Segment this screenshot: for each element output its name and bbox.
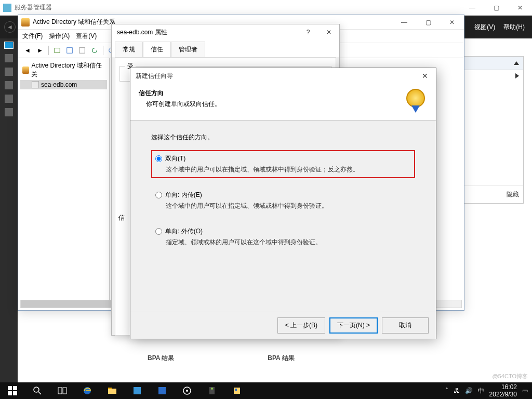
- settings-icon[interactable]: [175, 382, 200, 399]
- server-manager-taskbar-icon[interactable]: [125, 382, 150, 399]
- domain-icon: [32, 81, 39, 88]
- svg-rect-14: [108, 388, 112, 389]
- sidebar-file-icon[interactable]: [5, 108, 13, 116]
- prop-titlebar: sea-edb.com 属性 ? ✕: [112, 24, 339, 40]
- sm-title: 服务器管理器: [15, 3, 52, 12]
- prop-close[interactable]: ✕: [318, 24, 339, 40]
- sm-sidebar: [0, 38, 18, 382]
- svg-rect-6: [8, 391, 12, 395]
- tb-back-icon[interactable]: ◄: [22, 45, 33, 56]
- svg-rect-10: [58, 388, 62, 394]
- prop-title: sea-edb.com 属性: [117, 28, 167, 37]
- ad-minimize[interactable]: —: [392, 15, 416, 30]
- wiz-body: 选择这个信任的方向。 双向(T) 这个域中的用户可以在指定域、领域或林中得到身份…: [130, 121, 436, 312]
- network-icon[interactable]: 🖧: [454, 387, 460, 394]
- option-one-in[interactable]: 单向: 内传(E) 这个域中的用户可以在指定域、领域或林中得到身份验证。: [151, 187, 415, 215]
- tab-admins[interactable]: 管理者: [171, 42, 205, 58]
- tb-export-icon[interactable]: [64, 45, 75, 56]
- radio-one-out[interactable]: [155, 228, 162, 235]
- cancel-button[interactable]: 取消: [382, 317, 429, 334]
- wiz-header: 信任方向 你可创建单向或双向信任。: [130, 84, 436, 121]
- sidebar-adds-icon[interactable]: [5, 81, 13, 89]
- tab-trust[interactable]: 信任: [143, 42, 171, 58]
- nav-back-icon[interactable]: ◄: [4, 21, 16, 33]
- tb-up-icon[interactable]: [52, 45, 62, 56]
- app-icon-1[interactable]: [150, 382, 175, 399]
- task-view-icon[interactable]: [50, 382, 75, 399]
- menu-view-ad[interactable]: 查看(V): [76, 32, 97, 41]
- maximize-button[interactable]: ▢: [484, 0, 508, 16]
- option-one-out[interactable]: 单向: 外传(O) 指定域、领域或林的用户可以在这个域中得到身份验证。: [151, 223, 415, 251]
- medal-icon: [404, 89, 428, 113]
- sidebar-all-servers-icon[interactable]: [5, 68, 13, 76]
- app-icon-2[interactable]: [200, 382, 224, 399]
- menu-help[interactable]: 帮助(H): [503, 23, 525, 32]
- trust-wizard-dialog: 新建信任向导 ✕ 信任方向 你可创建单向或双向信任。 选择这个信任的方向。 双向…: [130, 68, 436, 339]
- volume-icon[interactable]: 🔊: [465, 387, 473, 394]
- sm-nav-menu: 视图(V) 帮助(H): [474, 23, 532, 32]
- prop-tabs: 常规 信任 管理者: [112, 40, 339, 57]
- sm-titlebar: 服务器管理器 — ▢ ✕: [0, 0, 532, 16]
- wiz-footer: < 上一步(B) 下一页(N) > 取消: [130, 312, 436, 339]
- tab-general[interactable]: 常规: [115, 42, 143, 58]
- ad-title: Active Directory 域和信任关系: [33, 18, 115, 26]
- wiz-titlebar: 新建信任向导 ✕: [130, 68, 436, 84]
- clock[interactable]: 16:02 2022/9/30: [489, 383, 517, 398]
- radio-two-way[interactable]: [155, 155, 162, 162]
- ad-tree: Active Directory 域和信任关 sea-edb.com: [18, 58, 110, 307]
- wiz-header-sub: 你可创建单向或双向信任。: [146, 100, 221, 109]
- tree-root[interactable]: Active Directory 域和信任关: [20, 60, 107, 80]
- ie-icon[interactable]: [75, 382, 100, 399]
- back-button[interactable]: < 上一步(B): [277, 317, 325, 334]
- bpa-row: BPA 结果 BPA 结果: [148, 354, 295, 363]
- bpa-left: BPA 结果: [148, 354, 174, 363]
- tb-refresh-icon[interactable]: [89, 45, 100, 56]
- radio-one-in[interactable]: [155, 192, 162, 198]
- menu-file[interactable]: 文件(F): [22, 32, 43, 41]
- tray-up-icon[interactable]: ˄: [445, 387, 448, 394]
- ad-maximize[interactable]: ▢: [416, 15, 440, 30]
- svg-rect-4: [8, 386, 12, 390]
- ad-close[interactable]: ✕: [440, 15, 464, 30]
- ad-trusts-icon: [21, 18, 30, 26]
- trusting-label: 信: [118, 214, 125, 222]
- explorer-icon[interactable]: [100, 382, 125, 399]
- bpa-right: BPA 结果: [268, 354, 294, 363]
- next-button[interactable]: 下一页(N) >: [329, 317, 378, 334]
- svg-rect-13: [108, 389, 116, 394]
- tree-domain[interactable]: sea-edb.com: [20, 80, 107, 89]
- menu-view[interactable]: 视图(V): [474, 23, 495, 32]
- sidebar-dashboard-icon[interactable]: [4, 42, 14, 49]
- start-button[interactable]: [0, 382, 25, 399]
- minimize-button[interactable]: —: [460, 0, 484, 16]
- watermark: @54CTO博客: [493, 373, 528, 380]
- system-tray: ˄ 🖧 🔊 中 16:02 2022/9/30 ▭: [445, 383, 532, 398]
- wiz-header-title: 信任方向: [139, 89, 164, 97]
- server-manager-icon: [3, 4, 11, 12]
- search-icon[interactable]: [25, 382, 50, 399]
- svg-rect-22: [235, 389, 237, 391]
- svg-rect-16: [158, 387, 166, 394]
- expand-right-icon[interactable]: [515, 73, 519, 78]
- sidebar-dns-icon[interactable]: [5, 95, 13, 103]
- svg-rect-0: [67, 48, 73, 54]
- prop-help-icon[interactable]: ?: [298, 24, 318, 40]
- sidebar-local-server-icon[interactable]: [5, 54, 13, 62]
- close-button[interactable]: ✕: [508, 0, 532, 16]
- svg-line-9: [38, 392, 41, 394]
- svg-rect-5: [13, 386, 17, 390]
- collapse-up-icon[interactable]: [514, 61, 519, 65]
- svg-rect-7: [13, 391, 17, 395]
- app-icon-3[interactable]: [224, 382, 249, 399]
- menu-action[interactable]: 操作(A): [49, 32, 70, 41]
- svg-rect-15: [134, 387, 141, 394]
- ime-badge[interactable]: 中: [478, 387, 484, 395]
- sm-window-controls: — ▢ ✕: [460, 0, 532, 16]
- option-two-way[interactable]: 双向(T) 这个域中的用户可以在指定域、领域或林中得到身份验证；反之亦然。: [151, 150, 415, 178]
- tb-properties-icon[interactable]: [77, 45, 87, 56]
- svg-point-20: [211, 388, 213, 390]
- wiz-close[interactable]: ✕: [414, 68, 436, 84]
- tb-fwd-icon[interactable]: ►: [35, 45, 45, 56]
- svg-point-8: [34, 387, 39, 392]
- notifications-icon[interactable]: ▭: [522, 387, 528, 394]
